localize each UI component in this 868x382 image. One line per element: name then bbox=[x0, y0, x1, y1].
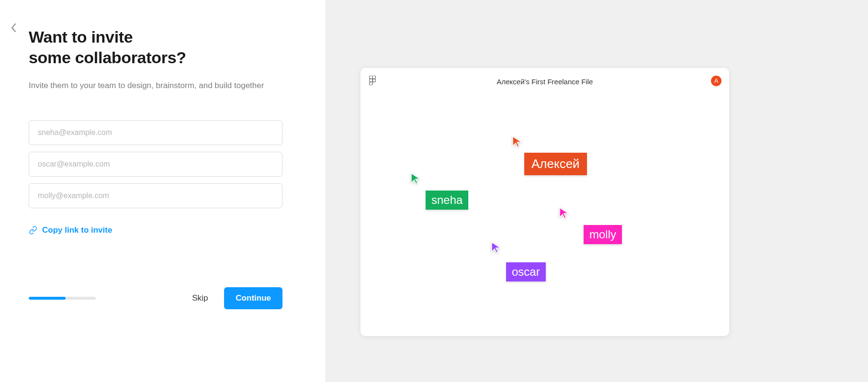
canvas-title: Алексей's First Freelance File bbox=[361, 78, 729, 86]
footer-actions: Skip Continue bbox=[185, 287, 282, 309]
title-line-2: some collaborators? bbox=[29, 48, 186, 67]
cursor-icon bbox=[410, 172, 421, 185]
copy-link-label: Copy link to invite bbox=[42, 225, 112, 235]
copy-link-button[interactable]: Copy link to invite bbox=[29, 225, 112, 235]
canvas-card: Алексей's First Freelance File А Алексей… bbox=[361, 68, 729, 336]
skip-button[interactable]: Skip bbox=[185, 289, 214, 308]
email-input-1[interactable] bbox=[29, 120, 282, 145]
link-icon bbox=[29, 226, 37, 235]
right-pane: Алексей's First Freelance File А Алексей… bbox=[326, 0, 868, 382]
back-button[interactable] bbox=[7, 21, 20, 34]
progress-fill bbox=[29, 297, 66, 300]
footer: Skip Continue bbox=[29, 287, 282, 309]
page-title: Want to invite some collaborators? bbox=[29, 27, 282, 67]
cursor-label-oscar: oscar bbox=[506, 262, 546, 281]
email-input-3[interactable] bbox=[29, 183, 282, 208]
cursor-icon bbox=[559, 207, 569, 219]
cursor-icon bbox=[512, 135, 522, 148]
left-pane: Want to invite some collaborators? Invit… bbox=[0, 0, 326, 382]
avatar: А bbox=[711, 76, 721, 86]
page-subtitle: Invite them to your team to design, brai… bbox=[29, 81, 282, 90]
continue-button[interactable]: Continue bbox=[224, 287, 282, 309]
title-line-1: Want to invite bbox=[29, 28, 133, 46]
cursor-label-main: Алексей bbox=[524, 153, 587, 175]
cursor-label-molly: molly bbox=[584, 225, 622, 244]
chevron-left-icon bbox=[11, 23, 16, 33]
cursor-label-sneha: sneha bbox=[426, 191, 468, 210]
progress-bar bbox=[29, 297, 96, 300]
invite-content: Want to invite some collaborators? Invit… bbox=[29, 27, 282, 236]
canvas-header: Алексей's First Freelance File А bbox=[361, 68, 729, 91]
email-inputs bbox=[29, 120, 282, 208]
email-input-2[interactable] bbox=[29, 152, 282, 177]
canvas-body: Алексей sneha molly bbox=[361, 91, 729, 336]
cursor-icon bbox=[491, 241, 501, 254]
